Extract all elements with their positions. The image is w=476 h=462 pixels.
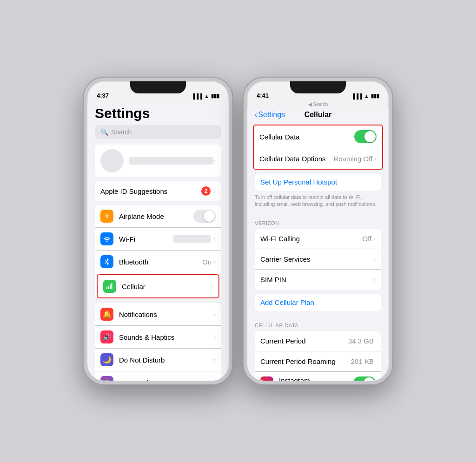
verizon-header: VERIZON: [247, 213, 389, 229]
cellular-data-options-row[interactable]: Cellular Data Options Roaming Off ›: [254, 148, 382, 169]
cellular-data-highlight: Cellular Data Cellular Data Options Roam…: [253, 125, 383, 170]
wifi-value-blur: [173, 235, 211, 243]
current-period-row: Current Period 34.3 GB: [255, 331, 381, 351]
screentime-row[interactable]: ⌛ Screen Time ›: [95, 371, 221, 381]
screentime-chevron: ›: [213, 379, 216, 381]
carrier-services-label: Carrier Services: [260, 255, 373, 263]
notifications-section: 🔔 Notifications › 🔊 Sounds & Haptics › 🌙…: [95, 303, 221, 381]
search-icon-left: 🔍: [100, 128, 108, 136]
cellular-data-toggle[interactable]: [354, 130, 377, 143]
wifi-icon-left: ▲: [204, 93, 209, 99]
cellular-data-header: CELLULAR DATA: [247, 315, 389, 331]
cellular-data-options-chevron: ›: [374, 155, 377, 162]
status-icons-right: ▐▐▐ ▲ ▮▮▮: [351, 93, 379, 99]
notch-right: [290, 81, 346, 93]
screentime-label: Screen Time: [119, 379, 213, 381]
settings-title: Settings: [87, 102, 229, 125]
sounds-chevron: ›: [213, 333, 216, 341]
screentime-icon: ⌛: [100, 376, 113, 381]
svg-rect-2: [110, 284, 111, 289]
airplane-row[interactable]: ✈ Airplane Mode: [95, 205, 221, 228]
wifi-chevron: ›: [213, 235, 216, 243]
svg-rect-0: [106, 287, 107, 289]
instagram-toggle[interactable]: [353, 376, 376, 381]
time-right: 4:41: [257, 92, 269, 99]
notifications-icon: 🔔: [100, 308, 113, 321]
sim-pin-label: SIM PIN: [260, 276, 373, 284]
cellular-data-label: Cellular Data: [259, 133, 354, 141]
sounds-row[interactable]: 🔊 Sounds & Haptics ›: [95, 326, 221, 349]
profile-row[interactable]: ›: [95, 145, 221, 177]
instagram-info: Instagram 11.4 GB: [279, 376, 353, 381]
dnd-label: Do Not Disturb: [119, 356, 213, 364]
add-cellular-section[interactable]: Add Cellular Plan: [255, 294, 381, 311]
wifi-icon: [100, 232, 113, 245]
hotspot-label[interactable]: Set Up Personal Hotspot: [260, 178, 337, 186]
notifications-chevron: ›: [213, 310, 216, 318]
cellular-page-title: Cellular: [304, 111, 332, 119]
dnd-icon: 🌙: [100, 353, 113, 366]
hotspot-section[interactable]: Set Up Personal Hotspot: [255, 173, 381, 191]
cellular-data-options-value: Roaming Off: [333, 155, 372, 163]
cellular-highlight-border: Cellular ›: [97, 274, 219, 298]
cellular-data-options-label: Cellular Data Options: [259, 155, 333, 163]
status-icons-left: ▐▐▐ ▲ ▮▮▮: [192, 93, 219, 99]
search-bar-left[interactable]: 🔍 Search: [95, 125, 221, 139]
screen-right: ‹ Settings Cellular Cellular Data Cellul…: [247, 108, 389, 381]
wifi-label: Wi-Fi: [119, 235, 173, 243]
svg-rect-1: [108, 286, 109, 289]
phone-right: 4:41 ▐▐▐ ▲ ▮▮▮ ◀ Search ‹ Settings Cellu…: [244, 78, 392, 384]
bluetooth-row[interactable]: Bluetooth On ›: [95, 251, 221, 273]
cellular-data-row[interactable]: Cellular Data: [254, 125, 382, 148]
carrier-services-row[interactable]: Carrier Services ›: [255, 249, 381, 270]
instagram-label: Instagram: [279, 376, 353, 381]
wifi-calling-chevron: ›: [373, 235, 376, 242]
add-cellular-label[interactable]: Add Cellular Plan: [260, 298, 314, 306]
svg-rect-3: [112, 283, 112, 289]
current-period-label: Current Period: [260, 337, 348, 345]
battery-icon-right: ▮▮▮: [371, 93, 379, 99]
notifications-row[interactable]: 🔔 Notifications ›: [95, 303, 221, 326]
airplane-toggle[interactable]: [193, 210, 216, 223]
apple-id-label: Apple ID Suggestions: [100, 187, 201, 195]
apple-id-row[interactable]: Apple ID Suggestions 2 ›: [95, 181, 221, 201]
dnd-chevron: ›: [213, 356, 216, 363]
signal-icon-right: ▐▐▐: [351, 93, 362, 99]
bluetooth-icon: [100, 255, 113, 268]
profile-chevron: ›: [213, 157, 216, 165]
back-button[interactable]: ‹ Settings: [255, 111, 285, 119]
bluetooth-value: On: [202, 258, 212, 266]
verizon-section: Wi-Fi Calling Off › Carrier Services › S…: [255, 229, 381, 290]
instagram-row[interactable]: 📷 Instagram 11.4 GB: [255, 372, 381, 381]
cellular-icon: [103, 280, 116, 293]
current-period-roaming-value: 201 KB: [351, 357, 374, 365]
nav-bar-right: ‹ Settings Cellular: [247, 108, 389, 121]
search-hint: ◀ Search: [247, 102, 389, 108]
apple-id-chevron: ›: [213, 187, 216, 195]
bluetooth-label: Bluetooth: [119, 258, 202, 266]
current-period-roaming-row: Current Period Roaming 201 KB: [255, 351, 381, 372]
sounds-icon: 🔊: [100, 330, 113, 343]
airplane-icon: ✈: [100, 210, 113, 223]
wifi-calling-label: Wi-Fi Calling: [260, 235, 363, 243]
cellular-label: Cellular: [122, 283, 211, 290]
signal-icon-left: ▐▐▐: [192, 93, 202, 99]
wifi-icon-right: ▲: [364, 93, 369, 99]
apple-id-section[interactable]: Apple ID Suggestions 2 ›: [95, 181, 221, 201]
search-placeholder: Search: [111, 128, 132, 136]
notch-left: [130, 81, 186, 93]
notifications-label: Notifications: [119, 310, 213, 318]
wifi-calling-row[interactable]: Wi-Fi Calling Off ›: [255, 229, 381, 249]
network-section: ✈ Airplane Mode Wi-Fi ›: [95, 205, 221, 299]
time-left: 4:37: [97, 92, 109, 99]
cellular-row[interactable]: Cellular ›: [98, 275, 218, 297]
carrier-services-chevron: ›: [373, 255, 376, 263]
dnd-row[interactable]: 🌙 Do Not Disturb ›: [95, 349, 221, 371]
bluetooth-chevron: ›: [213, 258, 216, 265]
sim-pin-row[interactable]: SIM PIN ›: [255, 270, 381, 290]
wifi-row[interactable]: Wi-Fi ›: [95, 228, 221, 251]
airplane-label: Airplane Mode: [119, 212, 193, 220]
profile-section[interactable]: ›: [95, 145, 221, 177]
current-period-roaming-label: Current Period Roaming: [260, 357, 351, 365]
current-period-value: 34.3 GB: [348, 337, 374, 345]
